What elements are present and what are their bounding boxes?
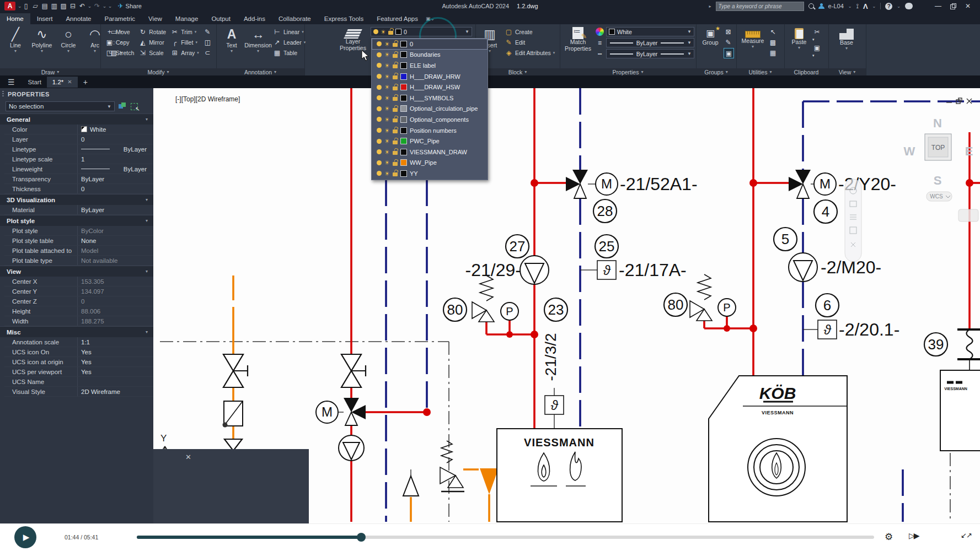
open-file-icon[interactable]: ▱: [31, 2, 40, 10]
layer-color-swatch[interactable]: [400, 41, 407, 47]
layer-thaw-icon[interactable]: ☀: [384, 160, 390, 165]
layer-on-icon[interactable]: [377, 63, 382, 68]
plot-icon[interactable]: ▨: [60, 2, 68, 10]
layer-unlock-icon[interactable]: [393, 118, 398, 122]
property-row-height[interactable]: Height88.006: [4, 306, 153, 316]
tool-fillet[interactable]: ╭Fillet▾: [170, 37, 199, 47]
search-icon[interactable]: [808, 3, 814, 9]
layer-thaw-icon[interactable]: ☀: [384, 84, 390, 90]
section-header-view[interactable]: View▾: [0, 266, 153, 277]
property-value[interactable]: White: [77, 125, 153, 134]
user-avatar-icon[interactable]: [818, 3, 824, 9]
tab-featured-apps[interactable]: Featured Apps: [370, 13, 425, 24]
tool-circle[interactable]: ○Circle▾: [56, 26, 81, 53]
customize-quick-access-icon[interactable]: ⌄: [108, 3, 113, 9]
player-settings-gear-icon[interactable]: ⚙: [885, 531, 893, 543]
linetype-combo[interactable]: ByLayer▼: [606, 49, 694, 58]
property-value[interactable]: Yes: [77, 347, 153, 356]
property-row-annotation-scale[interactable]: Annotation scale1:1: [4, 337, 153, 347]
section-header-plot-style[interactable]: Plot style▾: [0, 215, 153, 226]
layer-item-ww-pipe[interactable]: ☀WW_Pipe: [372, 158, 488, 169]
layer-thaw-icon[interactable]: ☀: [384, 52, 390, 57]
tool-edit[interactable]: ✎Edit: [505, 37, 555, 47]
exit-fullscreen-icon[interactable]: ↙↗: [961, 531, 972, 539]
property-row-lineweight[interactable]: LineweightByLayer: [4, 164, 153, 174]
tab-parametric[interactable]: Parametric: [98, 13, 142, 24]
layer-unlock-icon[interactable]: [393, 64, 398, 68]
lineweight-combo[interactable]: ByLayer▼: [606, 38, 694, 47]
property-row-plot-style-table[interactable]: Plot style tableNone: [4, 236, 153, 246]
layer-on-icon[interactable]: [377, 74, 382, 79]
layer-color-swatch[interactable]: [400, 116, 407, 123]
layer-on-icon[interactable]: [377, 85, 382, 90]
tool-copy[interactable]: ▣Copy: [105, 37, 134, 47]
layer-unlock-icon[interactable]: [393, 87, 398, 90]
new-tab-icon[interactable]: +: [78, 78, 93, 87]
search-input[interactable]: [716, 2, 804, 11]
new-file-icon[interactable]: ▯: [22, 2, 30, 10]
tool-move[interactable]: +Move: [105, 27, 134, 36]
tool-create[interactable]: ▢Create: [505, 27, 555, 36]
modify-icon-tool[interactable]: ◫: [204, 37, 212, 47]
layer-thaw-icon[interactable]: ☀: [384, 95, 390, 101]
property-row-linetype[interactable]: LinetypeByLayer: [4, 144, 153, 154]
property-value[interactable]: 88.006: [77, 306, 153, 316]
tool-text[interactable]: AText▾: [219, 26, 244, 53]
property-row-ucs-name[interactable]: UCS Name: [4, 377, 153, 387]
property-value[interactable]: Yes: [77, 367, 153, 376]
panel-label-view[interactable]: View▾: [828, 68, 866, 75]
print-icon[interactable]: ⊟: [69, 2, 77, 10]
layer-color-swatch[interactable]: [400, 127, 407, 134]
property-row-center-z[interactable]: Center Z0: [4, 296, 153, 306]
property-value[interactable]: ByColor: [77, 226, 153, 235]
help-dropdown-icon[interactable]: ⌄: [897, 4, 901, 9]
lineweight-icon[interactable]: ≡: [596, 39, 604, 47]
layer-thaw-icon[interactable]: ☀: [384, 63, 390, 68]
property-row-plot-style[interactable]: Plot styleByColor: [4, 226, 153, 236]
layer-color-swatch[interactable]: [400, 62, 407, 69]
layer-properties-button[interactable]: Layer Properties: [336, 26, 370, 51]
tab-output[interactable]: Output: [205, 13, 237, 24]
user-dropdown-icon[interactable]: ⌄: [848, 4, 852, 9]
layer-on-icon[interactable]: [377, 95, 382, 100]
tool-polyline[interactable]: ∿Polyline▾: [29, 26, 55, 53]
search-collapse-icon[interactable]: ▸: [709, 4, 711, 9]
property-value[interactable]: [77, 377, 153, 386]
panel-label-modify[interactable]: Modify▾: [100, 68, 216, 75]
property-row-transparency[interactable]: TransparencyByLayer: [4, 174, 153, 184]
property-row-ucs-icon-at-origin[interactable]: UCS icon at originYes: [4, 357, 153, 367]
property-row-center-y[interactable]: Center Y134.097: [4, 287, 153, 296]
layer-unlock-icon[interactable]: [393, 54, 398, 58]
group-button[interactable]: ▣ Group: [699, 26, 721, 46]
property-value[interactable]: 2D Wireframe: [77, 387, 153, 396]
layer-on-icon[interactable]: [377, 160, 382, 165]
panel-label-annotation[interactable]: Annotation▾: [216, 68, 304, 75]
property-value[interactable]: 0: [77, 184, 153, 193]
undo-dropdown-icon[interactable]: ⌄: [88, 3, 92, 9]
group-small-tool-2[interactable]: ▣: [724, 48, 734, 58]
panel-label-properties[interactable]: Properties▾: [560, 68, 696, 75]
tab-insert[interactable]: Insert: [30, 13, 60, 24]
tab-manage[interactable]: Manage: [169, 13, 205, 24]
linetype-icon[interactable]: ┅: [596, 50, 604, 58]
group-small-tool-1[interactable]: ✎: [724, 37, 733, 47]
property-row-plot-table-type[interactable]: Plot table typeNot available: [4, 256, 153, 266]
property-row-layer[interactable]: Layer0: [4, 134, 153, 144]
layer-item-ele-label[interactable]: ☀ELE label: [372, 60, 488, 71]
layer-thaw-icon[interactable]: ☀: [384, 106, 390, 111]
tool-line[interactable]: ╱Line▾: [3, 26, 28, 53]
command-window[interactable]: ✕: [153, 449, 309, 523]
tool-trim[interactable]: ✂Trim▾: [170, 27, 199, 36]
layer-thaw-icon[interactable]: ☀: [384, 41, 390, 47]
property-value[interactable]: 153.305: [77, 277, 153, 286]
layer-thaw-icon[interactable]: ☀: [384, 74, 390, 79]
property-value[interactable]: 1:1: [77, 337, 153, 347]
property-value[interactable]: 0: [77, 134, 153, 144]
autocad-logo[interactable]: A: [4, 2, 15, 10]
property-row-center-x[interactable]: Center X153.305: [4, 277, 153, 287]
panel-label-utilities[interactable]: Utilities▾: [736, 68, 784, 75]
tab-annotate[interactable]: Annotate: [59, 13, 98, 24]
property-row-thickness[interactable]: Thickness0: [4, 184, 153, 194]
layer-color-swatch[interactable]: [400, 138, 407, 144]
tab-start[interactable]: Start: [23, 77, 47, 88]
